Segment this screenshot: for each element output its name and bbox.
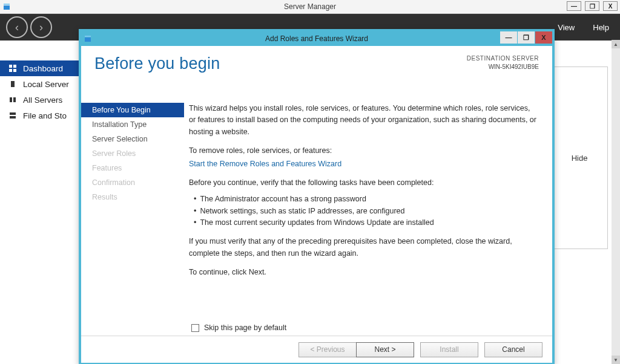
- svg-rect-3: [13, 65, 16, 68]
- step-installation-type[interactable]: Installation Type: [81, 117, 184, 132]
- wizard-maximize-button[interactable]: ❐: [517, 31, 535, 44]
- sidebar-item-storage[interactable]: File and Sto: [0, 108, 91, 123]
- continue-hint: To continue, click Next.: [189, 267, 536, 278]
- wizard-step-list: Before You Begin Installation Type Serve…: [81, 100, 184, 321]
- svg-rect-4: [9, 69, 12, 72]
- wizard-heading: Before you begin: [94, 54, 220, 73]
- svg-rect-11: [85, 37, 91, 42]
- wizard-body: Before You Begin Installation Type Serve…: [81, 100, 552, 321]
- step-server-roles: Server Roles: [81, 146, 184, 161]
- add-roles-wizard: Add Roles and Features Wizard — ❐ X Befo…: [79, 29, 555, 364]
- svg-rect-6: [11, 81, 15, 87]
- svg-rect-12: [85, 36, 91, 37]
- server-icon: [8, 80, 17, 88]
- sm-titlebar: Server Manager — ❐ X: [0, 0, 620, 14]
- main-scrollbar[interactable]: ▲ ▼: [612, 40, 620, 364]
- menu-help[interactable]: Help: [593, 23, 609, 32]
- sm-window-controls: — ❐ X: [567, 1, 618, 11]
- sidebar-item-all-servers[interactable]: All Servers: [0, 92, 91, 108]
- sm-sidebar: Dashboard Local Server All Servers File …: [0, 60, 91, 242]
- skip-row: Skip this page by default: [81, 321, 552, 336]
- wizard-app-icon: [84, 34, 92, 43]
- remove-roles-link[interactable]: Start the Remove Roles and Features Wiza…: [189, 160, 341, 168]
- hide-panel: Hide: [551, 67, 608, 249]
- sidebar-item-dashboard[interactable]: Dashboard: [0, 60, 91, 76]
- step-confirmation: Confirmation: [81, 175, 184, 190]
- next-button[interactable]: Next >: [356, 342, 414, 357]
- destination-server: DESTINATION SERVER WIN-5KI492IUB9E: [467, 54, 539, 71]
- destination-label: DESTINATION SERVER: [467, 54, 539, 63]
- sidebar-item-label: File and Sto: [23, 111, 67, 120]
- nav-forward-button[interactable]: ›: [30, 16, 52, 38]
- wizard-titlebar: Add Roles and Features Wizard — ❐ X: [81, 31, 552, 46]
- cancel-button[interactable]: Cancel: [484, 342, 542, 357]
- sidebar-item-label: Local Server: [23, 80, 69, 89]
- svg-rect-10: [10, 116, 16, 119]
- previous-button[interactable]: < Previous: [298, 342, 357, 357]
- chevron-left-icon: ‹: [15, 21, 19, 34]
- servers-icon: [8, 96, 17, 104]
- sm-title: Server Manager: [284, 2, 336, 11]
- wizard-header: Before you begin DESTINATION SERVER WIN-…: [81, 46, 552, 100]
- menu-view[interactable]: View: [558, 23, 575, 32]
- prerequisite-list: The Administrator account has a strong p…: [189, 193, 536, 229]
- svg-rect-0: [4, 5, 10, 10]
- step-server-selection[interactable]: Server Selection: [81, 132, 184, 146]
- chevron-right-icon: ›: [39, 21, 43, 34]
- sm-close-button[interactable]: X: [603, 1, 618, 11]
- prerequisite-item: The most current security updates from W…: [194, 217, 536, 229]
- sm-minimize-button[interactable]: —: [567, 1, 581, 11]
- svg-rect-5: [13, 69, 16, 72]
- sidebar-item-label: Dashboard: [23, 64, 63, 73]
- sm-maximize-button[interactable]: ❐: [585, 1, 599, 11]
- sidebar-item-local-server[interactable]: Local Server: [0, 76, 91, 92]
- nav-back-button[interactable]: ‹: [6, 16, 28, 38]
- svg-rect-9: [10, 112, 16, 115]
- svg-rect-7: [10, 97, 12, 102]
- step-results: Results: [81, 190, 184, 204]
- svg-rect-1: [4, 4, 10, 5]
- intro-text: This wizard helps you install roles, rol…: [189, 103, 536, 138]
- sidebar-item-label: All Servers: [23, 96, 62, 105]
- wizard-footer: < Previous Next > Install Cancel: [81, 336, 552, 363]
- prerequisite-item: Network settings, such as static IP addr…: [194, 206, 536, 217]
- prerequisite-item: The Administrator account has a strong p…: [194, 193, 536, 205]
- wizard-content: This wizard helps you install roles, rol…: [184, 100, 539, 321]
- svg-rect-8: [13, 97, 16, 102]
- must-verify-text: If you must verify that any of the prece…: [189, 236, 536, 259]
- scroll-down-button[interactable]: ▼: [612, 356, 620, 364]
- dashboard-icon: [8, 64, 17, 73]
- scroll-up-button[interactable]: ▲: [612, 40, 620, 48]
- app-icon: [2, 2, 11, 11]
- remove-title: To remove roles, role services, or featu…: [189, 145, 536, 157]
- destination-server-name: WIN-5KI492IUB9E: [467, 63, 539, 71]
- skip-checkbox[interactable]: [191, 324, 199, 332]
- skip-label: Skip this page by default: [204, 323, 286, 332]
- wizard-minimize-button[interactable]: —: [500, 31, 517, 44]
- server-manager-window: Server Manager — ❐ X ‹ › View Help Dashb…: [0, 0, 620, 364]
- svg-rect-2: [9, 65, 12, 68]
- storage-icon: [8, 111, 17, 120]
- step-features: Features: [81, 161, 184, 175]
- hide-link[interactable]: Hide: [572, 154, 588, 163]
- install-button[interactable]: Install: [420, 342, 478, 357]
- step-before-you-begin[interactable]: Before You Begin: [81, 103, 184, 117]
- nav-button-group: < Previous Next >: [298, 342, 414, 357]
- sm-toolbar-menu: View Help: [558, 23, 609, 32]
- wizard-window-controls: — ❐ X: [500, 31, 552, 44]
- verify-title: Before you continue, verify that the fol…: [189, 177, 536, 189]
- wizard-title: Add Roles and Features Wizard: [265, 34, 368, 43]
- wizard-close-button[interactable]: X: [535, 31, 552, 44]
